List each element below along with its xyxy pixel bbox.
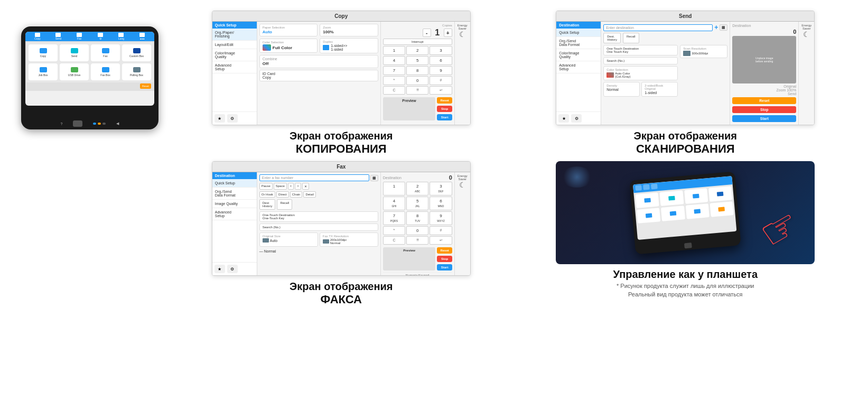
tablet-custombox-item[interactable]: Custom Box bbox=[122, 44, 151, 61]
fax-sidebar-orgsend[interactable]: Org./SendData Format bbox=[212, 188, 257, 200]
key-2[interactable]: 2 bbox=[406, 46, 428, 55]
dest-icon-btn[interactable]: ▦ bbox=[720, 24, 727, 31]
paper-selection-card[interactable]: Paper Selection Auto bbox=[259, 24, 318, 36]
send-dest-input[interactable]: Enter destination bbox=[603, 24, 713, 31]
preview-btn[interactable]: Preview bbox=[383, 97, 436, 120]
copies-minus-btn[interactable]: - bbox=[423, 29, 431, 37]
send-sidebar-orgsend[interactable]: Org./SendData Format bbox=[556, 37, 601, 49]
copy-sidebar-advanced[interactable]: AdvancedSetup bbox=[212, 61, 257, 73]
language-nav-icon[interactable]: Lang bbox=[117, 33, 125, 40]
tablet-home-button[interactable] bbox=[73, 120, 82, 127]
copy-sidebar-layout[interactable]: Layout/Edit bbox=[212, 41, 257, 49]
send-shortcut-icon[interactable]: ⚙ bbox=[571, 114, 582, 123]
key-9[interactable]: 9 bbox=[430, 66, 452, 75]
back-btn[interactable]: < bbox=[288, 183, 294, 190]
fax-autosize-card[interactable]: Original Size Auto bbox=[259, 232, 318, 247]
send-sidebar-color[interactable]: Color/ImageQuality bbox=[556, 49, 601, 61]
key-1[interactable]: 1 bbox=[383, 46, 405, 55]
tablet-jobbox-item[interactable]: Job Box bbox=[29, 63, 58, 80]
send-stop-btn[interactable]: Stop bbox=[732, 106, 796, 113]
fax-icon-btn[interactable]: ▦ bbox=[370, 175, 378, 181]
color-selection-card[interactable]: Color Selection Full Color bbox=[259, 39, 318, 53]
key-6[interactable]: 6 bbox=[430, 56, 452, 65]
duplex-card[interactable]: Duplex 1-sided>>1-sided bbox=[320, 38, 378, 53]
tablet-faxbox-item[interactable]: Fax Box bbox=[91, 63, 120, 80]
fax-key-0[interactable]: 0 bbox=[406, 226, 428, 235]
fax-key-enter[interactable]: ↵ bbox=[430, 236, 452, 245]
fax-onetouch-card[interactable]: One-Touch DestinationOne-Touch Key bbox=[259, 211, 378, 222]
fax-key-dot[interactable]: ⠿ bbox=[406, 236, 428, 245]
recall-btn[interactable]: Recall bbox=[623, 33, 639, 43]
fax-key-9[interactable]: 9WXYZ bbox=[430, 211, 452, 225]
pause-btn[interactable]: Pause bbox=[259, 183, 273, 190]
key-enter[interactable]: ↵ bbox=[430, 86, 452, 95]
fax-key-clear[interactable]: C bbox=[383, 236, 405, 245]
copies-plus-btn[interactable]: + bbox=[444, 29, 452, 37]
copy-sidebar-color[interactable]: Color/ImageQuality bbox=[212, 49, 257, 61]
tablet-fax-item[interactable]: Fax bbox=[91, 44, 120, 61]
add-dest-icon[interactable]: + bbox=[714, 24, 718, 31]
start-btn[interactable]: Start bbox=[437, 114, 452, 120]
combine-card[interactable]: Combine Off bbox=[259, 55, 378, 68]
fax-recall-btn[interactable]: Recall bbox=[277, 199, 292, 210]
key-3[interactable]: 3 bbox=[430, 46, 452, 55]
onesided-card[interactable]: 2-sided/Book Original 1-sided bbox=[641, 82, 678, 97]
task-settings-nav-icon[interactable]: ●●● bbox=[138, 33, 146, 40]
fax-key-7[interactable]: 7PQRS bbox=[383, 211, 405, 225]
fax-sidebar-quicksetup[interactable]: Quick Setup bbox=[212, 179, 257, 188]
fax-key-6[interactable]: 6MNO bbox=[430, 197, 452, 210]
detail-btn[interactable]: Detail bbox=[303, 191, 315, 198]
key-7[interactable]: 7 bbox=[383, 66, 405, 75]
shortcut-icon[interactable]: ⚙ bbox=[227, 114, 238, 123]
fax-key-2[interactable]: 2ABC bbox=[406, 182, 428, 195]
fax-preview-btn[interactable]: Preview bbox=[383, 247, 436, 271]
fax-sidebar-advanced[interactable]: AdvancedSetup bbox=[212, 208, 257, 220]
key-clear[interactable]: C bbox=[383, 86, 405, 95]
key-star[interactable]: * bbox=[383, 76, 405, 85]
fax-shortcut-icon[interactable]: ⚙ bbox=[227, 265, 238, 273]
fax-dest-history-btn[interactable]: DestHistory bbox=[259, 199, 276, 210]
tablet-send-item[interactable]: Send bbox=[60, 44, 89, 61]
key-4[interactable]: 4 bbox=[383, 56, 405, 65]
color-selection-send-card[interactable]: Color Selection Auto Color(Col./Gray) bbox=[603, 66, 678, 80]
send-reset-btn[interactable]: Reset bbox=[732, 97, 796, 104]
scan-resolution-card[interactable]: Scan Resolution 300x300dpi bbox=[680, 45, 727, 58]
fax-resolution-card[interactable]: Fax TX Resolution 200x100dpiNormal bbox=[320, 232, 378, 247]
forward-btn[interactable]: > bbox=[295, 183, 301, 190]
key-dot[interactable]: ⠿ bbox=[406, 86, 428, 95]
fax-key-5[interactable]: 5JKL bbox=[406, 197, 428, 210]
fax-key-1[interactable]: 1 bbox=[383, 182, 405, 195]
interrupt-btn[interactable]: Interrupt bbox=[383, 39, 452, 45]
stop-btn[interactable]: Stop bbox=[437, 106, 452, 112]
fax-favorites-icon[interactable]: ★ bbox=[214, 265, 225, 273]
send-sidebar-quicksetup[interactable]: Quick Setup bbox=[556, 29, 601, 37]
key-5[interactable]: 5 bbox=[406, 56, 428, 65]
tablet-usbdrive-item[interactable]: USB Drive bbox=[60, 63, 89, 80]
settings-nav-icon[interactable]: ⚙ bbox=[96, 33, 105, 40]
fax-nav-icon[interactable]: Fax bbox=[75, 33, 83, 40]
fax-key-8[interactable]: 8TUV bbox=[406, 211, 428, 225]
reset-btn-tablet[interactable]: Reset bbox=[140, 83, 151, 89]
fax-sidebar-imgqual[interactable]: Image Quality bbox=[212, 200, 257, 208]
chain-btn[interactable]: Chain bbox=[290, 191, 303, 198]
normal-density-card[interactable]: Density Normal bbox=[603, 82, 640, 97]
fax-key-star[interactable]: * bbox=[383, 226, 405, 235]
dest-history-btn[interactable]: Dest.History bbox=[603, 33, 621, 43]
key-0[interactable]: 0 bbox=[406, 76, 428, 85]
fax-key-4[interactable]: 4GHI bbox=[383, 197, 405, 210]
copy-nav-icon[interactable]: Copy bbox=[33, 33, 42, 40]
fax-number-input[interactable]: Enter a fax number bbox=[259, 174, 369, 181]
search-card[interactable]: Search (No.) bbox=[603, 57, 678, 64]
id-card-copy-card[interactable]: ID CardCopy bbox=[259, 70, 378, 81]
tablet-pollingbox-item[interactable]: Polling Box bbox=[122, 63, 151, 80]
key-hash[interactable]: # bbox=[430, 76, 452, 85]
fax-reset-btn[interactable]: Reset bbox=[437, 247, 452, 254]
copy-sidebar-orgpaper[interactable]: Org./Paper/Finishing bbox=[212, 29, 257, 41]
zoom-card[interactable]: Zoom 100% bbox=[320, 24, 378, 36]
favorites-icon[interactable]: ★ bbox=[214, 114, 225, 123]
send-start-btn[interactable]: Start bbox=[732, 115, 796, 122]
space-btn[interactable]: Space bbox=[274, 183, 287, 190]
direct-btn[interactable]: Direct bbox=[276, 191, 289, 198]
or-hook-btn[interactable]: Or Hook bbox=[259, 191, 275, 198]
fax-search-card[interactable]: Search (No.) bbox=[259, 223, 378, 231]
